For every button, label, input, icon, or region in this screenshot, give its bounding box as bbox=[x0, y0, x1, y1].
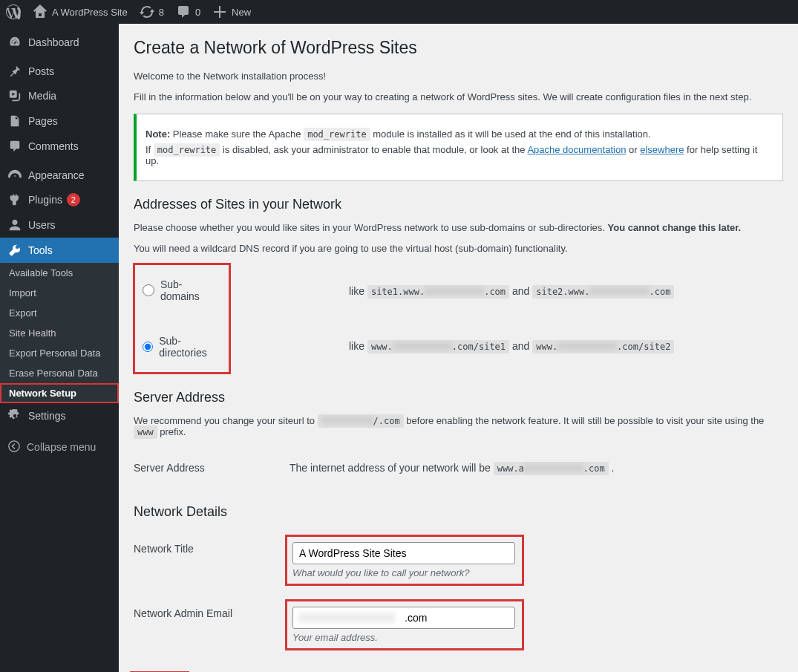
collapse-icon bbox=[7, 440, 21, 453]
menu-tools[interactable]: Tools bbox=[0, 238, 119, 263]
subdir-example-2: www..com/site2 bbox=[532, 340, 674, 353]
comments-count: 0 bbox=[195, 7, 200, 18]
dashboard-icon bbox=[8, 36, 22, 49]
menu-plugins[interactable]: Plugins 2 bbox=[0, 187, 119, 212]
users-icon bbox=[8, 218, 22, 232]
network-email-label: Network Admin Email bbox=[134, 593, 282, 657]
network-email-hint: Your email address. bbox=[292, 632, 517, 643]
settings-icon bbox=[8, 409, 22, 423]
menu-dashboard[interactable]: Dashboard bbox=[0, 30, 119, 55]
subdomains-label: Sub-domains bbox=[160, 278, 221, 302]
server-address-label: Server Address bbox=[134, 447, 282, 489]
collapse-menu[interactable]: Collapse menu bbox=[0, 434, 119, 460]
plus-icon bbox=[212, 4, 227, 19]
subdomain-example-2: site2.www..com bbox=[532, 285, 674, 299]
subdirectories-label: Sub-directories bbox=[159, 335, 221, 359]
menu-users[interactable]: Users bbox=[0, 212, 119, 238]
site-name[interactable]: A WordPress Site bbox=[27, 0, 134, 24]
pages-icon bbox=[8, 114, 22, 128]
server-address-heading: Server Address bbox=[134, 390, 783, 405]
mod-rewrite-code: mod_rewrite bbox=[304, 128, 370, 141]
comments-icon bbox=[8, 140, 22, 153]
site-title: A WordPress Site bbox=[52, 7, 128, 18]
appearance-icon bbox=[8, 169, 22, 182]
new-label: New bbox=[232, 7, 251, 18]
subdomains-radio[interactable] bbox=[143, 284, 154, 296]
comments-link[interactable]: 0 bbox=[170, 0, 206, 24]
comment-icon bbox=[176, 4, 191, 19]
network-title-input[interactable] bbox=[292, 542, 515, 564]
main-content: Create a Network of WordPress Sites Welc… bbox=[119, 24, 798, 672]
sub-export[interactable]: Export bbox=[0, 303, 119, 323]
pin-icon bbox=[8, 65, 22, 78]
subdir-example-1: www..com/site1 bbox=[367, 340, 509, 353]
menu-settings[interactable]: Settings bbox=[0, 403, 119, 428]
subdirectories-radio[interactable] bbox=[143, 341, 153, 353]
home-icon bbox=[33, 4, 48, 19]
menu-appearance[interactable]: Appearance bbox=[0, 162, 119, 187]
sub-export-personal[interactable]: Export Personal Data bbox=[0, 343, 119, 363]
subdomain-example-1: site1.www..com bbox=[367, 285, 509, 299]
network-details-heading: Network Details bbox=[134, 504, 783, 520]
plugin-updates-badge: 2 bbox=[67, 193, 80, 206]
new-link[interactable]: New bbox=[206, 0, 257, 24]
server-address-value: www.a.com bbox=[494, 462, 609, 475]
network-title-hint: What would you like to call your network… bbox=[292, 567, 517, 578]
tools-submenu: Available Tools Import Export Site Healt… bbox=[0, 263, 119, 403]
updates-count: 8 bbox=[159, 7, 164, 18]
intro-1: Welcome to the Network installation proc… bbox=[134, 71, 783, 82]
sub-site-health[interactable]: Site Health bbox=[0, 323, 119, 343]
updates-link[interactable]: 8 bbox=[134, 0, 170, 24]
siteurl-code: /.com bbox=[318, 414, 404, 428]
menu-media[interactable]: Media bbox=[0, 83, 119, 108]
address-type-table: Sub-domains Sub-directories like site1.w… bbox=[134, 264, 783, 373]
admin-toolbar: A WordPress Site 8 0 New bbox=[0, 0, 798, 24]
wp-logo[interactable] bbox=[0, 0, 27, 24]
sub-available-tools[interactable]: Available Tools bbox=[0, 263, 119, 283]
menu-comments[interactable]: Comments bbox=[0, 134, 119, 159]
elsewhere-link[interactable]: elsewhere bbox=[640, 144, 684, 155]
media-icon bbox=[8, 89, 22, 102]
intro-2: Fill in the information below and you'll… bbox=[134, 91, 783, 102]
note-label: Note: bbox=[145, 128, 170, 140]
network-title-label: Network Title bbox=[134, 528, 282, 593]
admin-sidebar: Dashboard Posts Media Pages Comments App… bbox=[0, 24, 119, 672]
sub-import[interactable]: Import bbox=[0, 283, 119, 303]
menu-posts[interactable]: Posts bbox=[0, 58, 119, 83]
network-details-table: Network Title What would you like to cal… bbox=[134, 528, 783, 657]
menu-pages[interactable]: Pages bbox=[0, 108, 119, 134]
tools-icon bbox=[8, 244, 22, 257]
addresses-heading: Addresses of Sites in your Network bbox=[134, 197, 783, 212]
wordpress-icon bbox=[6, 4, 21, 19]
mod-rewrite-notice: Note: Please make sure the Apache mod_re… bbox=[134, 114, 783, 181]
plugin-icon bbox=[8, 193, 22, 206]
sub-erase-personal[interactable]: Erase Personal Data bbox=[0, 363, 119, 383]
apache-doc-link[interactable]: Apache documentation bbox=[527, 144, 626, 155]
page-title: Create a Network of WordPress Sites bbox=[134, 31, 783, 61]
sub-network-setup[interactable]: Network Setup bbox=[0, 383, 119, 403]
server-address-table: Server Address The internet address of y… bbox=[134, 447, 783, 489]
update-icon bbox=[140, 4, 154, 19]
svg-point-0 bbox=[13, 414, 17, 418]
svg-point-1 bbox=[9, 440, 19, 451]
